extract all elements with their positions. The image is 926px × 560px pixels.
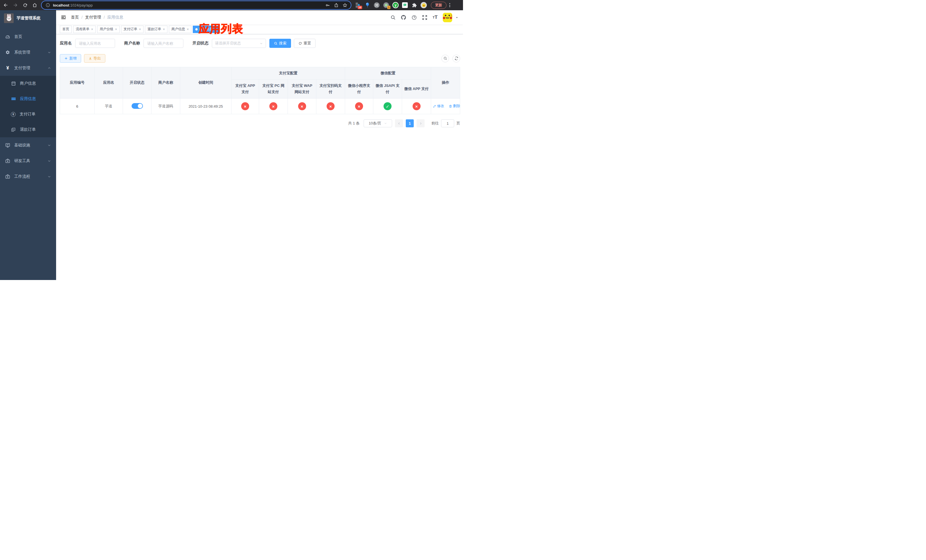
next-page-button[interactable] (416, 120, 425, 127)
tab-pay-orders[interactable]: 支付订单× (121, 26, 144, 33)
config-status-icon: × (327, 102, 334, 110)
refresh-table-button[interactable] (452, 55, 460, 62)
sidebar-item-payment[interactable]: ¥ 支付管理 (0, 60, 56, 76)
extension-blue-diamond-icon[interactable]: 10 (355, 2, 361, 8)
address-bar[interactable]: localhost:1024/pay/app (42, 1, 351, 9)
edit-link[interactable]: 修改 (433, 104, 444, 109)
search-button[interactable]: 搜索 (269, 39, 291, 48)
toggle-search-button[interactable] (441, 55, 449, 62)
help-icon[interactable] (411, 15, 417, 20)
export-button[interactable]: 导出 (84, 54, 105, 63)
bookmark-star-icon[interactable] (342, 3, 347, 8)
col-alipay-pc: 支付宝 PC 网站支付 (259, 79, 288, 98)
tags-view: 首页 流程表单× 用户分组× 支付订单× 退款订单× 商户信息× 应用信息× (56, 24, 463, 34)
user-avatar[interactable] (443, 13, 452, 22)
tab-refund-orders[interactable]: 退款订单× (145, 26, 168, 33)
chevron-up-icon (48, 67, 51, 70)
page-size-select[interactable]: 10条/页 (364, 120, 392, 127)
search-icon (443, 56, 447, 61)
browser-back-icon[interactable] (3, 2, 9, 8)
sidebar-item-label: 基础设施 (14, 143, 48, 148)
extension-badge: 1 (387, 6, 390, 9)
sidebar-item-workflow[interactable]: 工作流程 (0, 169, 56, 184)
delete-link[interactable]: 删除 (449, 104, 460, 109)
sidebar-item-app-info[interactable]: 应用信息 (0, 91, 56, 106)
close-icon[interactable]: × (163, 28, 165, 31)
sidebar-item-home[interactable]: 首页 (0, 29, 56, 44)
annotation-app-list: 应用列表 (199, 22, 243, 36)
sidebar-logo[interactable]: 芋道管理系统 (0, 10, 56, 26)
close-icon[interactable]: × (187, 28, 189, 31)
sidebar-item-system[interactable]: 系统管理 (0, 44, 56, 60)
briefcase-icon (5, 174, 10, 179)
grid-table-icon (11, 96, 16, 101)
group-wechat-config: 微信配置 (345, 67, 431, 79)
col-wechat-jsapi: 微信 JSAPI 支付 (373, 79, 402, 98)
browser-reload-icon[interactable] (22, 2, 28, 8)
col-wechat-mini: 微信小程序支付 (345, 79, 373, 98)
page-number-1[interactable]: 1 (406, 120, 414, 127)
cell-wechat-app: × (402, 98, 431, 114)
chevron-down-icon (48, 159, 51, 163)
share-icon[interactable] (334, 3, 339, 8)
config-status-icon: × (269, 102, 277, 110)
sidebar-item-infrastructure[interactable]: 基础设施 (0, 137, 56, 153)
cell-actions: 修改 删除 (431, 98, 460, 114)
extension-recorder-icon[interactable]: 1 (383, 2, 389, 8)
search-icon (274, 42, 278, 45)
chevron-down-icon (260, 42, 263, 45)
breadcrumb-home[interactable]: 首页 (71, 15, 79, 20)
sidebar-item-label: 系统管理 (14, 50, 48, 55)
sidebar-item-pay-orders[interactable]: ¥ 支付订单 (0, 106, 56, 122)
url-text[interactable]: localhost:1024/pay/app (53, 3, 323, 8)
sidebar-item-dev-tools[interactable]: 研发工具 (0, 153, 56, 169)
close-icon[interactable]: × (139, 28, 141, 31)
sidebar-item-refund-orders[interactable]: 退款订单 (0, 122, 56, 137)
merchant-name-input[interactable] (144, 39, 183, 48)
add-button[interactable]: 新增 (60, 54, 81, 63)
tab-home[interactable]: 首页 (60, 26, 72, 33)
config-status-icon: × (241, 102, 249, 110)
extension-balloon-icon[interactable] (364, 2, 371, 8)
password-key-icon[interactable] (325, 3, 330, 8)
prev-page-button[interactable] (395, 120, 403, 127)
gear-icon (5, 50, 10, 55)
app-name-input[interactable] (75, 39, 115, 48)
close-icon[interactable]: × (115, 28, 117, 31)
breadcrumb-section: 支付管理 (85, 15, 101, 20)
extension-command-icon[interactable] (374, 2, 380, 8)
browser-forward-icon[interactable] (12, 2, 18, 8)
reset-button[interactable]: 重置 (294, 39, 316, 48)
plus-icon (64, 57, 68, 60)
sidebar-item-merchant-info[interactable]: 商户信息 (0, 76, 56, 91)
status-select[interactable]: 请选择开启状态 (212, 39, 266, 48)
github-icon[interactable] (401, 15, 406, 20)
tab-user-group[interactable]: 用户分组× (97, 26, 120, 33)
browser-menu-icon[interactable] (449, 3, 450, 7)
config-status-icon: ✓ (384, 102, 392, 110)
url-path: :1024/pay/app (69, 3, 92, 8)
status-toggle[interactable] (132, 103, 143, 109)
close-icon[interactable]: × (91, 28, 93, 31)
url-host: localhost (53, 3, 69, 8)
tab-merchant-info[interactable]: 商户信息× (169, 26, 191, 33)
browser-update-button[interactable]: 更新 (431, 2, 446, 9)
extension-badge: 10 (358, 6, 362, 9)
goto-page-input[interactable] (441, 120, 454, 127)
col-actions: 操作 (431, 67, 460, 98)
collapse-sidebar-icon[interactable] (61, 15, 67, 20)
browser-home-icon[interactable] (32, 2, 38, 8)
briefcase-icon (5, 158, 10, 163)
extension-y-icon[interactable]: y (392, 2, 399, 8)
browser-profile-avatar[interactable] (421, 2, 427, 8)
tab-process-form[interactable]: 流程表单× (73, 26, 96, 33)
document-icon (11, 127, 16, 132)
site-info-icon[interactable] (45, 2, 51, 8)
fullscreen-icon[interactable] (422, 15, 427, 20)
extensions-puzzle-icon[interactable] (411, 2, 418, 8)
font-size-icon[interactable]: TT (432, 15, 438, 20)
col-alipay-app: 支付宝 APP 支付 (232, 79, 259, 98)
avatar-caret-icon[interactable] (455, 16, 458, 19)
header-search-icon[interactable] (390, 15, 396, 20)
extension-chat-icon[interactable] (402, 2, 408, 8)
